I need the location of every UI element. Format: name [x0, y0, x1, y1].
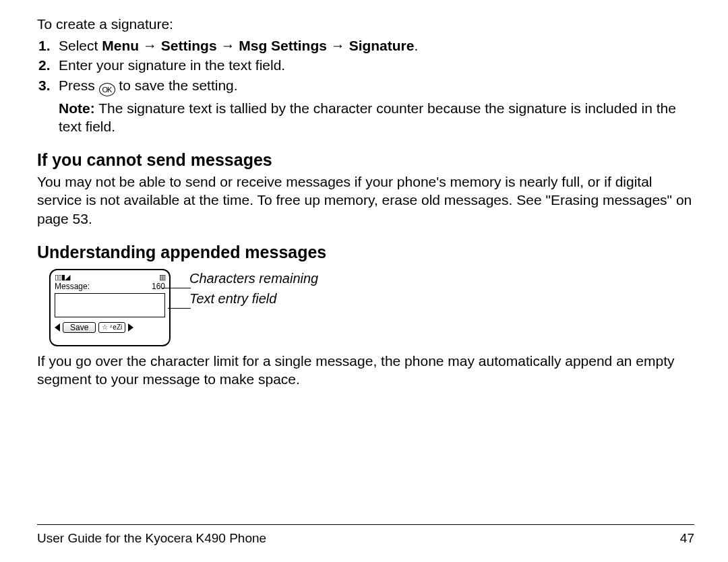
callout-text-entry-field: Text entry field [189, 291, 318, 306]
page-footer: User Guide for the Kyocera K490 Phone 47 [37, 531, 694, 546]
step-3-pre: Press [59, 77, 99, 93]
document-page: To create a signature: 1. Select Menu → … [0, 0, 728, 562]
arrow-icon: → [331, 38, 345, 53]
phone-diagram-wrap: ▯▯▮◢ ▥ Message: 160 Save ☆ ᶻeZi [49, 269, 171, 346]
signal-icon: ▯▯▮◢ [55, 273, 69, 281]
page-number: 47 [680, 531, 694, 546]
arrow-icon: → [143, 38, 157, 53]
section-cannot-send-body: You may not be able to send or receive m… [37, 173, 694, 228]
intro-text: To create a signature: [37, 16, 694, 32]
phone-message-row: Message: 160 [55, 282, 165, 291]
section-appended-heading: Understanding appended messages [37, 243, 694, 262]
ok-button-icon: OK [99, 83, 115, 96]
note-label: Note: [59, 100, 95, 116]
footer-rule [37, 524, 694, 525]
phone-status-bar: ▯▯▮◢ ▥ [55, 273, 165, 281]
menu-path-msg-settings: Msg Settings [239, 38, 327, 53]
menu-path-settings: Settings [161, 38, 217, 53]
callout-column: Characters remaining Text entry field [171, 269, 318, 306]
step-3-content: Press OK to save the setting. [59, 76, 694, 96]
callout-characters-remaining: Characters remaining [189, 271, 318, 286]
footer-title: User Guide for the Kyocera K490 Phone [37, 531, 266, 546]
section-cannot-send-heading: If you cannot send messages [37, 150, 694, 170]
mode-icon-1: ☆ [102, 323, 108, 332]
phone-text-entry-field [55, 293, 165, 317]
period: . [414, 38, 418, 53]
step-1-number: 1. [37, 36, 59, 55]
step-1-content: Select Menu → Settings → Msg Settings → … [59, 36, 694, 55]
steps-list: 1. Select Menu → Settings → Msg Settings… [37, 36, 694, 96]
mode-icon-2: ᶻeZi [110, 323, 122, 332]
menu-path-menu: Menu [102, 38, 139, 53]
step-1: 1. Select Menu → Settings → Msg Settings… [37, 36, 694, 55]
step-3-post: to save the setting. [115, 77, 238, 93]
step-1-pre: Select [59, 38, 102, 53]
save-softkey: Save [63, 322, 96, 333]
message-label: Message: [55, 282, 90, 291]
phone-screen-frame: ▯▯▮◢ ▥ Message: 160 Save ☆ ᶻeZi [49, 269, 171, 346]
input-mode-softkey: ☆ ᶻeZi [98, 322, 125, 333]
step-2-content: Enter your signature in the text field. [59, 56, 694, 74]
step-3: 3. Press OK to save the setting. [37, 76, 694, 96]
arrow-icon: → [220, 38, 235, 53]
battery-icon: ▥ [159, 273, 165, 281]
phone-softkey-row: Save ☆ ᶻeZi [55, 322, 165, 333]
character-count: 160 [152, 282, 165, 291]
note-block: Note: The signature text is tallied by t… [59, 99, 694, 136]
left-arrow-icon [55, 323, 60, 332]
right-arrow-icon [128, 323, 133, 332]
leader-line-textfield [168, 308, 191, 309]
section-appended-body: If you go over the character limit for a… [37, 352, 694, 389]
step-2-number: 2. [37, 56, 59, 74]
phone-diagram-row: ▯▯▮◢ ▥ Message: 160 Save ☆ ᶻeZi [49, 269, 694, 346]
step-2: 2. Enter your signature in the text fiel… [37, 56, 694, 74]
menu-path-signature: Signature [349, 38, 415, 53]
note-body: The signature text is tallied by the cha… [59, 100, 676, 134]
step-3-number: 3. [37, 76, 59, 96]
